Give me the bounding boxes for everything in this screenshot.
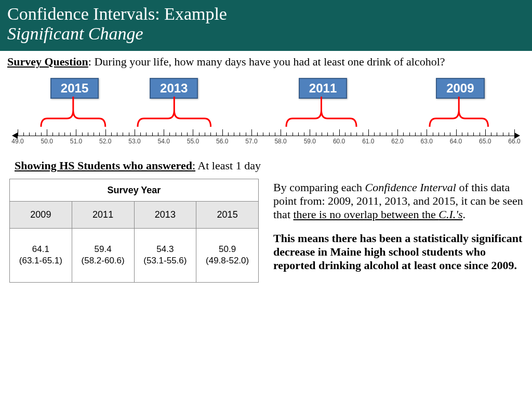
ruler-subtick xyxy=(94,132,94,136)
ruler-tick-label: 61.0 xyxy=(362,138,374,145)
ruler-tick-label: 63.0 xyxy=(421,138,433,145)
ruler-tick-label: 52.0 xyxy=(99,138,111,145)
table-year-cell: 2009 xyxy=(10,202,72,228)
ci-bracket-2013 xyxy=(138,97,211,128)
ruler-subtick xyxy=(88,132,88,136)
ruler-tick-label: 58.0 xyxy=(274,138,286,145)
ruler-line xyxy=(18,136,514,136)
ruler-tick xyxy=(427,129,427,136)
explanation-paragraph-2: This means there has been a statisticall… xyxy=(273,232,525,272)
ruler-subtick xyxy=(333,132,334,136)
ruler-tick-label: 54.0 xyxy=(157,138,169,145)
ruler-tick-label: 55.0 xyxy=(187,138,199,145)
survey-question: Survey Question: During your life, how m… xyxy=(7,55,525,69)
ruler-subtick xyxy=(503,132,503,136)
ruler-tick-label: 59.0 xyxy=(304,138,316,145)
ruler-tick-label: 65.0 xyxy=(479,138,491,145)
ruler-tick xyxy=(310,129,310,136)
ci-bracket-2009 xyxy=(430,97,488,128)
ci-bracket-2011 xyxy=(286,97,356,128)
ruler-tick xyxy=(47,129,47,136)
ruler-tick xyxy=(339,129,340,136)
ruler-tick-label: 56.0 xyxy=(216,138,228,145)
ruler-subtick xyxy=(117,132,117,136)
ruler-subtick xyxy=(240,132,240,136)
ruler-subtick xyxy=(210,132,211,136)
ruler-subtick xyxy=(29,132,30,136)
ruler-subtick xyxy=(497,132,497,136)
table-data-cell: 64.1(63.1-65.1) xyxy=(10,228,72,282)
ruler-subtick xyxy=(392,132,392,136)
year-box-2015: 2015 xyxy=(50,78,99,99)
ruler-tick-label: 53.0 xyxy=(128,138,140,145)
slide-title: Confidence Intervals: Example xyxy=(7,4,525,24)
ruler-tick-label: 60.0 xyxy=(333,138,345,145)
ruler-subtick xyxy=(468,132,468,136)
ruler-axis: 49.050.051.052.053.054.055.056.057.058.0… xyxy=(12,127,520,153)
ruler-tick xyxy=(485,129,486,136)
ruler-tick xyxy=(18,129,18,136)
ruler-subtick xyxy=(234,132,234,136)
ruler-tick xyxy=(281,129,281,136)
ruler-tick-label: 50.0 xyxy=(41,138,53,145)
table-year-cell: 2015 xyxy=(196,202,259,228)
ci-bracket-2015 xyxy=(41,97,105,128)
ruler-tick xyxy=(76,129,76,136)
ruler-subtick xyxy=(246,132,246,136)
ruler-tick xyxy=(514,129,515,136)
ruler-subtick xyxy=(205,132,205,136)
ruler-tick-label: 51.0 xyxy=(70,138,82,145)
ruler-tick xyxy=(456,129,457,136)
ruler-subtick xyxy=(35,132,36,136)
ruler-subtick xyxy=(187,132,188,136)
ruler-subtick xyxy=(386,132,387,136)
year-box-2013: 2013 xyxy=(150,78,198,99)
ruler-subtick xyxy=(292,132,293,136)
ruler-subtick xyxy=(52,132,53,136)
ruler-tick xyxy=(105,129,106,136)
table-data-cell: 59.4(58.2-60.6) xyxy=(72,228,134,282)
ruler-tick-label: 64.0 xyxy=(450,138,462,145)
ruler-subtick xyxy=(64,132,65,136)
showing-text: At least 1 day xyxy=(195,159,261,172)
table-data-cell: 50.9(49.8-52.0) xyxy=(196,228,259,282)
ruler-subtick xyxy=(351,132,351,136)
ruler-subtick xyxy=(181,132,182,136)
ruler-subtick xyxy=(99,132,100,136)
lower-section: Survey Year 2009201120132015 64.1(63.1-6… xyxy=(7,179,525,283)
slide-subtitle: Significant Change xyxy=(7,24,525,44)
year-box-2011: 2011 xyxy=(299,78,347,99)
table-data-cell: 54.3(53.1-55.6) xyxy=(134,228,196,282)
ruler-subtick xyxy=(298,132,299,136)
ruler-subtick xyxy=(473,132,474,136)
ruler-subtick xyxy=(409,132,410,136)
ruler-tick xyxy=(397,129,398,136)
ruler-subtick xyxy=(158,132,158,136)
ruler-subtick xyxy=(199,132,200,136)
ruler-subtick xyxy=(269,132,270,136)
ruler-subtick xyxy=(123,132,123,136)
ruler-subtick xyxy=(59,132,59,136)
ruler-subtick xyxy=(70,132,71,136)
ruler-tick-label: 49.0 xyxy=(11,138,23,145)
ruler-subtick xyxy=(438,132,439,136)
ruler-tick-label: 62.0 xyxy=(391,138,403,145)
ruler-subtick xyxy=(415,132,416,136)
ruler-subtick xyxy=(403,132,404,136)
ruler-tick xyxy=(164,129,164,136)
table-year-cell: 2013 xyxy=(134,202,196,228)
ruler-tick xyxy=(368,129,369,136)
slide-content: Survey Question: During your life, how m… xyxy=(0,51,532,287)
ruler-subtick xyxy=(374,132,375,136)
ruler-subtick xyxy=(421,132,421,136)
ruler-subtick xyxy=(146,132,147,136)
confidence-interval-ruler: 49.050.051.052.053.054.055.056.057.058.0… xyxy=(7,78,525,156)
ruler-subtick xyxy=(228,132,229,136)
ruler-subtick xyxy=(450,132,450,136)
ruler-tick-label: 66.0 xyxy=(508,138,520,145)
ruler-subtick xyxy=(491,132,491,136)
ruler-subtick xyxy=(111,132,112,136)
ruler-subtick xyxy=(41,132,42,136)
ruler-subtick xyxy=(304,132,304,136)
table-header: Survey Year xyxy=(10,179,259,202)
